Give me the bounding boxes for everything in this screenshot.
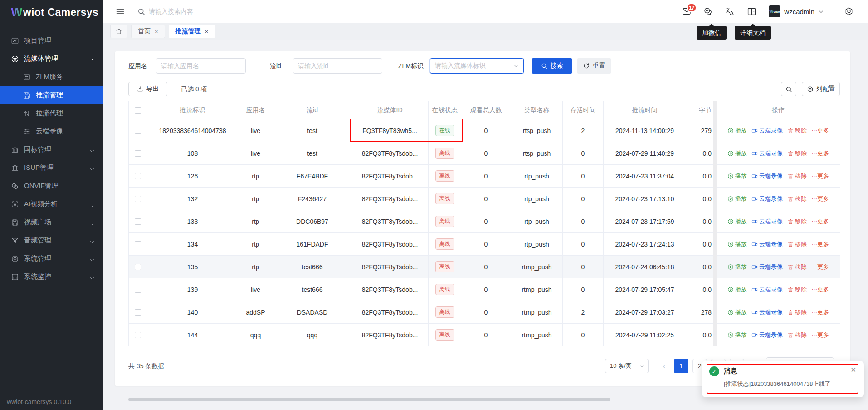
op-more-link[interactable]: ⋯更多 (811, 263, 829, 271)
op-play-link[interactable]: 播放 (727, 172, 747, 180)
sidebar-item-系统管理[interactable]: 系统管理 (0, 249, 103, 267)
menu-collapse-icon[interactable] (116, 7, 125, 16)
op-cloud-record-link[interactable]: 云端录像 (751, 263, 783, 271)
export-button[interactable]: 导出 (128, 82, 167, 96)
wechat-button[interactable] (703, 7, 713, 16)
op-cloud-record-link[interactable]: 云端录像 (751, 331, 783, 339)
sidebar-item-ONVIF管理[interactable]: ONVIF管理 (0, 177, 103, 195)
prev-page-button[interactable]: ‹ (658, 359, 669, 373)
camera-icon (751, 196, 758, 202)
op-play-link[interactable]: 播放 (727, 286, 747, 294)
tab-推流管理[interactable]: 推流管理× (169, 25, 215, 38)
row-checkbox[interactable] (135, 332, 141, 338)
op-more-link[interactable]: ⋯更多 (811, 172, 829, 180)
sidebar-item-ISUP管理[interactable]: ISUP管理 (0, 158, 103, 177)
op-remove-link[interactable]: 移除 (787, 149, 807, 158)
op-more-link[interactable]: ⋯更多 (811, 240, 829, 248)
row-checkbox[interactable] (135, 150, 141, 157)
op-play-link[interactable]: 播放 (727, 195, 747, 203)
sidebar-item-label: 音频管理 (24, 236, 51, 245)
docs-button[interactable] (747, 7, 756, 16)
global-search-input[interactable] (149, 8, 249, 15)
op-play-link[interactable]: 播放 (727, 149, 747, 158)
op-remove-link[interactable]: 移除 (787, 286, 807, 294)
sidebar-item-云端录像[interactable]: 云端录像 (0, 122, 103, 140)
row-checkbox[interactable] (135, 128, 141, 134)
op-remove-link[interactable]: 移除 (787, 217, 807, 226)
sidebar-item-AI视频分析[interactable]: AI视频分析 (0, 195, 103, 213)
op-cloud-record-link[interactable]: 云端录像 (751, 240, 783, 248)
op-remove-link[interactable]: 移除 (787, 127, 807, 135)
op-remove-link[interactable]: 移除 (787, 240, 807, 248)
sidebar-item-国标管理[interactable]: 国标管理 (0, 140, 103, 158)
op-play-link[interactable]: 播放 (727, 240, 747, 248)
op-more-link[interactable]: ⋯更多 (811, 308, 829, 316)
op-remove-link[interactable]: 移除 (787, 195, 807, 203)
column-config-button[interactable]: 列配置 (802, 82, 840, 96)
horizontal-scrollbar-thumb[interactable] (128, 398, 610, 401)
op-more-link[interactable]: ⋯更多 (811, 127, 829, 135)
cell-media-id: 82FQ3TF8yTsdob... (351, 301, 429, 324)
sidebar-item-音频管理[interactable]: 音频管理 (0, 231, 103, 249)
row-checkbox[interactable] (135, 173, 141, 179)
row-checkbox[interactable] (135, 264, 141, 270)
op-play-link[interactable]: 播放 (727, 217, 747, 226)
page-button-1[interactable]: 1 (674, 359, 688, 373)
op-cloud-record-link[interactable]: 云端录像 (751, 286, 783, 294)
home-tab-button[interactable] (110, 25, 127, 38)
table-search-button[interactable] (781, 82, 796, 96)
op-play-link[interactable]: 播放 (727, 127, 747, 135)
checkbox-cell (128, 256, 147, 278)
settings-button[interactable] (844, 7, 853, 16)
tab-首页[interactable]: 首页× (131, 25, 165, 38)
op-cloud-record-link[interactable]: 云端录像 (751, 308, 783, 316)
select-all-checkbox[interactable] (135, 107, 141, 114)
op-play-link[interactable]: 播放 (727, 263, 747, 271)
op-cloud-record-link[interactable]: 云端录像 (751, 172, 783, 180)
actions-cell: 播放云端录像移除⋯更多 (717, 301, 840, 324)
op-more-link[interactable]: ⋯更多 (811, 331, 829, 339)
op-remove-link[interactable]: 移除 (787, 172, 807, 180)
op-more-link[interactable]: ⋯更多 (811, 149, 829, 158)
op-remove-link[interactable]: 移除 (787, 263, 807, 271)
sidebar-item-流媒体管理[interactable]: 流媒体管理 (0, 49, 103, 68)
tab-close-icon[interactable]: × (205, 28, 209, 35)
row-checkbox[interactable] (135, 287, 141, 293)
chev-down (89, 221, 95, 227)
sidebar-item-推流管理[interactable]: 推流管理 (0, 86, 103, 104)
sidebar-item-项目管理[interactable]: 项目管理 (0, 31, 103, 49)
status-badge: 离线 (435, 284, 454, 295)
page-size-select[interactable]: 10 条/页 (605, 359, 649, 373)
global-search[interactable] (137, 7, 249, 15)
row-checkbox[interactable] (135, 218, 141, 225)
sidebar-item-拉流代理[interactable]: 拉流代理 (0, 104, 103, 122)
op-more-link[interactable]: ⋯更多 (811, 286, 829, 294)
translate-button[interactable] (725, 7, 735, 16)
reset-button[interactable]: 重置 (577, 58, 611, 74)
op-more-link[interactable]: ⋯更多 (811, 195, 829, 203)
op-cloud-record-link[interactable]: 云端录像 (751, 149, 783, 158)
app-name-input[interactable] (156, 58, 246, 74)
op-cloud-record-link[interactable]: 云端录像 (751, 195, 783, 203)
tab-close-icon[interactable]: × (155, 28, 158, 35)
search-button[interactable]: 搜索 (532, 58, 572, 74)
op-more-link[interactable]: ⋯更多 (811, 217, 829, 226)
refresh-icon (583, 63, 590, 69)
zlm-select[interactable]: 请输入流媒体标识 (430, 58, 524, 74)
op-cloud-record-link[interactable]: 云端录像 (751, 217, 783, 226)
sidebar-item-视频广场[interactable]: 视频广场 (0, 213, 103, 231)
messages-button[interactable]: 17 (682, 7, 691, 16)
op-remove-link[interactable]: 移除 (787, 308, 807, 316)
row-checkbox[interactable] (135, 241, 141, 247)
sidebar-item-系统监控[interactable]: 系统监控 (0, 267, 103, 286)
stream-id-input[interactable] (293, 58, 382, 74)
user-menu[interactable]: Wwiot wzcadmin (769, 5, 824, 17)
sidebar-item-ZLM服务[interactable]: ZLM服务 (0, 68, 103, 86)
toast-close-icon[interactable]: ✕ (850, 366, 856, 374)
row-checkbox[interactable] (135, 309, 141, 316)
op-remove-link[interactable]: 移除 (787, 331, 807, 339)
row-checkbox[interactable] (135, 196, 141, 202)
op-play-link[interactable]: 播放 (727, 308, 747, 316)
op-cloud-record-link[interactable]: 云端录像 (751, 127, 783, 135)
op-play-link[interactable]: 播放 (727, 331, 747, 339)
